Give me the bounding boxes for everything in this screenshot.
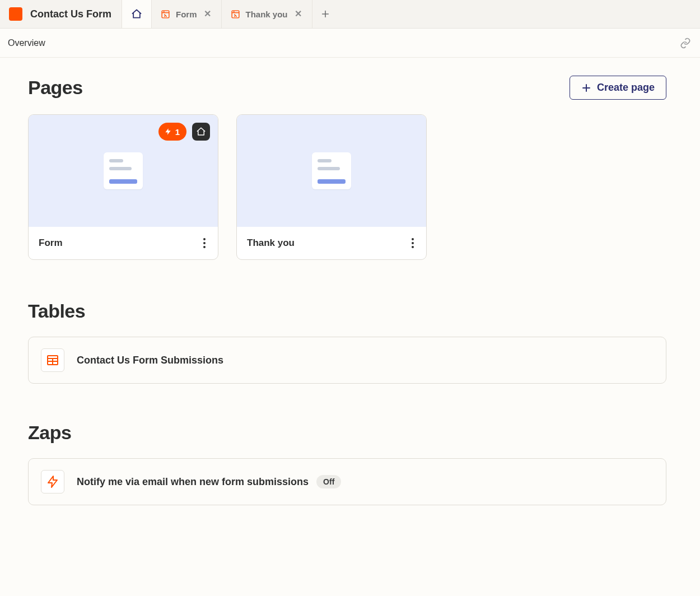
status-badge: Off (316, 475, 341, 488)
home-badge (192, 123, 210, 141)
doc-thumb-icon (104, 152, 143, 189)
bolt-icon (164, 128, 172, 136)
home-icon (131, 8, 142, 20)
section-pages: Pages Create page 1 (28, 76, 666, 260)
svg-rect-0 (162, 11, 169, 18)
card-preview (237, 115, 426, 227)
add-tab-button[interactable] (312, 0, 338, 28)
table-row[interactable]: Contact Us Form Submissions (28, 337, 666, 384)
home-icon (196, 127, 206, 137)
close-icon[interactable]: ✕ (203, 8, 212, 20)
doc-thumb-icon (312, 152, 351, 189)
section-title-pages: Pages (28, 77, 83, 99)
section-title-zaps: Zaps (28, 422, 666, 444)
page-card-thankyou[interactable]: Thank you (236, 114, 427, 260)
section-header: Pages Create page (28, 76, 666, 100)
zap-icon (41, 470, 64, 493)
card-menu-button[interactable] (201, 236, 208, 250)
card-footer: Form (29, 227, 218, 259)
zap-count-badge: 1 (158, 123, 186, 141)
close-icon[interactable]: ✕ (293, 8, 303, 20)
subheader: Overview (0, 29, 700, 58)
tab-thankyou[interactable]: Thank you ✕ (222, 0, 312, 28)
app-logo (9, 7, 22, 21)
create-page-button[interactable]: Create page (570, 76, 666, 100)
create-page-label: Create page (597, 82, 655, 94)
plus-icon (581, 83, 591, 93)
page-cards: 1 (28, 114, 666, 260)
section-title-tables: Tables (28, 300, 666, 322)
tab-bar: Contact Us Form Form ✕ (0, 0, 700, 29)
table-name: Contact Us Form Submissions (77, 355, 223, 366)
page-card-form[interactable]: 1 (28, 114, 218, 260)
tab-form[interactable]: Form ✕ (152, 0, 222, 28)
svg-rect-1 (232, 11, 239, 18)
zap-row[interactable]: Notify me via email when new form submis… (28, 458, 666, 505)
tab-home[interactable] (122, 0, 152, 28)
page-title: Overview (8, 38, 45, 48)
zap-count: 1 (175, 127, 180, 137)
card-preview: 1 (29, 115, 218, 227)
page-icon (231, 10, 240, 19)
section-zaps: Zaps Notify me via email when new form s… (28, 422, 666, 505)
table-icon (41, 348, 64, 372)
page-icon (161, 10, 170, 19)
app-title: Contact Us Form (30, 8, 111, 20)
card-name: Thank you (247, 238, 295, 249)
card-footer: Thank you (237, 227, 426, 259)
card-name: Form (39, 238, 63, 249)
section-tables: Tables Contact Us Form Submissions (28, 300, 666, 384)
zap-body: Notify me via email when new form submis… (77, 475, 341, 488)
tab-label: Thank you (246, 10, 288, 19)
tab-label: Form (176, 10, 197, 19)
app-title-segment: Contact Us Form (0, 0, 122, 28)
zap-name: Notify me via email when new form submis… (77, 476, 309, 488)
main-content: Pages Create page 1 (0, 58, 700, 566)
link-icon[interactable] (680, 38, 691, 49)
card-menu-button[interactable] (409, 236, 416, 250)
